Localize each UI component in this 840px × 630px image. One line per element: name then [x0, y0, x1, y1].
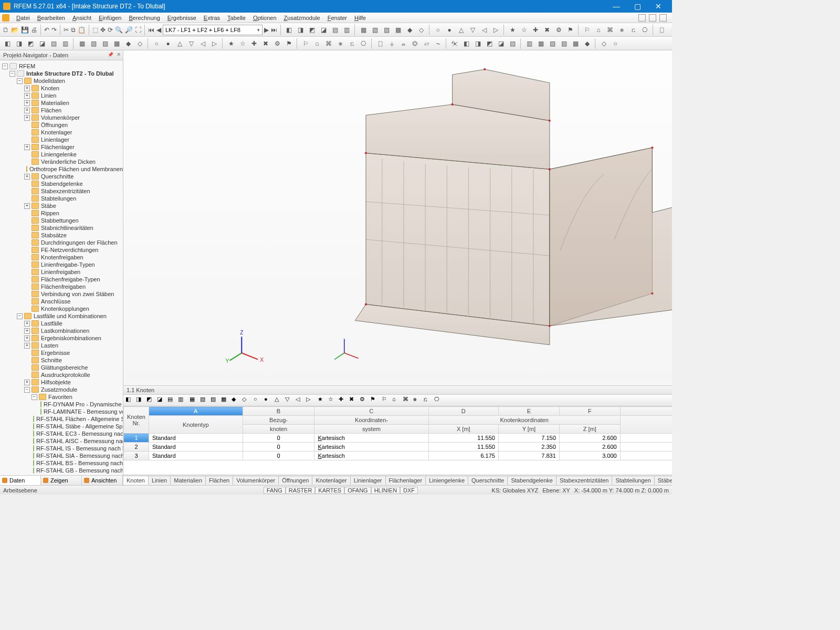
- tree-item[interactable]: Rippen: [24, 209, 123, 217]
- tool-button[interactable]: ⚐: [582, 25, 592, 35]
- table-tab[interactable]: Materialien: [170, 476, 206, 485]
- tool-button[interactable]: ◁: [296, 396, 305, 405]
- tool-button[interactable]: ◆: [232, 396, 241, 405]
- tree-item[interactable]: +Querschnitte: [24, 173, 123, 180]
- tool-button[interactable]: ◪: [157, 396, 166, 405]
- tool-button[interactable]: ▷: [209, 38, 219, 49]
- menu-berechnung[interactable]: Berechnung: [125, 14, 163, 22]
- status-toggle[interactable]: HLINIEN: [371, 487, 400, 494]
- tool-button[interactable]: ▽: [467, 25, 478, 35]
- tool-button[interactable]: △: [174, 38, 185, 49]
- nav-tab-ansichten[interactable]: Ansichten: [82, 476, 123, 485]
- tree-module[interactable]: RF-STAHL AISC - Bemessung nach AI: [32, 437, 123, 445]
- menu-fenster[interactable]: Fenster: [324, 14, 351, 22]
- col-letter[interactable]: D: [428, 407, 498, 416]
- tool-button[interactable]: ▦: [77, 38, 87, 49]
- tool-button[interactable]: ▧: [88, 38, 99, 49]
- tool-button[interactable]: ▥: [524, 38, 534, 49]
- tool-button[interactable]: ▦: [358, 25, 369, 35]
- tool-button[interactable]: ▧: [200, 396, 209, 405]
- table-tab[interactable]: Stabexzentrizitäten: [556, 476, 613, 485]
- tool-button[interactable]: ▤: [48, 38, 59, 49]
- tool-button[interactable]: ▤: [330, 25, 340, 35]
- tool-button[interactable]: ▽: [285, 396, 295, 405]
- mdi-restore-icon[interactable]: [649, 14, 656, 22]
- col-sys[interactable]: Koordinaten-: [314, 416, 428, 425]
- 3d-viewport[interactable]: X Y Z: [123, 50, 672, 385]
- tool-button[interactable]: ⌂: [312, 38, 322, 49]
- print-button[interactable]: 🖨: [30, 25, 38, 35]
- tree-module[interactable]: RF-STAHL SIA - Bemessung nach SIA: [32, 452, 123, 459]
- tool-button[interactable]: ○: [254, 396, 263, 405]
- table-tab[interactable]: Öffnungen: [278, 476, 312, 485]
- tool-button[interactable]: ▨: [100, 38, 110, 49]
- tool-button[interactable]: ◇: [242, 396, 251, 405]
- col-knoten-nr[interactable]: KnotenNr.: [124, 407, 149, 434]
- tool-button[interactable]: ⎔: [639, 25, 650, 35]
- tree-item[interactable]: Durchdringungen der Flächen: [24, 239, 123, 246]
- tool-button[interactable]: ☆: [519, 25, 529, 35]
- minimize-button[interactable]: ―: [606, 0, 627, 13]
- tool-button[interactable]: ○: [610, 38, 621, 49]
- table-tab[interactable]: Stabteilungen: [612, 476, 654, 485]
- tool-button[interactable]: ◇: [416, 25, 426, 35]
- navigator-tree[interactable]: −RFEM −Intake Structure DT2 - To Dlubal …: [0, 60, 123, 475]
- tree-item[interactable]: Linienfreigaben: [24, 268, 123, 276]
- tree-item[interactable]: +Lastkombinationen: [24, 327, 123, 334]
- tool-button[interactable]: ◪: [37, 38, 47, 49]
- rotate-button[interactable]: ⟳: [107, 25, 113, 35]
- tree-item[interactable]: Knotenkopplungen: [24, 305, 123, 312]
- table-row[interactable]: 2Standard0Kartesisch11.5502.3502.600: [124, 443, 673, 452]
- tool-button[interactable]: ◨: [472, 38, 483, 49]
- maximize-button[interactable]: ▢: [627, 0, 648, 13]
- tree-module[interactable]: RF-STAHL BS - Bemessung nach BS: [32, 459, 123, 467]
- mdi-minimize-icon[interactable]: [638, 14, 646, 22]
- tree-zusatzmodule[interactable]: −Zusatzmodule: [24, 386, 123, 393]
- status-toggle[interactable]: RASTER: [286, 487, 316, 494]
- tree-item[interactable]: Veränderliche Dicken: [24, 158, 123, 165]
- tool-button[interactable]: ✚: [530, 25, 541, 35]
- loadcase-combo[interactable]: LK7 - LF1 + LF2 + LF6 + LF8: [163, 25, 262, 35]
- col-y[interactable]: Y [m]: [498, 425, 559, 434]
- tool-button[interactable]: ⌂: [593, 25, 604, 35]
- col-letter[interactable]: E: [498, 407, 559, 416]
- tree-item[interactable]: Öffnungen: [24, 121, 123, 129]
- tool-button[interactable]: ⚐: [300, 38, 311, 49]
- tool-button[interactable]: ○: [433, 25, 443, 35]
- table-tab[interactable]: Knoten: [123, 476, 149, 485]
- tree-item[interactable]: Stabendgelenke: [24, 180, 123, 187]
- tree-item[interactable]: Stabnichtlinearitäten: [24, 224, 123, 232]
- tree-module[interactable]: RF-STAHL EC3 - Bemessung nach Eur: [32, 430, 123, 437]
- status-toggle[interactable]: FANG: [264, 487, 286, 494]
- nav-prev-button[interactable]: ◀: [156, 25, 162, 35]
- tool-button[interactable]: ✖: [542, 25, 552, 35]
- tool-button[interactable]: ⚑: [284, 38, 294, 49]
- tool-button[interactable]: ▨: [211, 396, 220, 405]
- tool-button[interactable]: ◩: [484, 38, 495, 49]
- tool-button[interactable]: ⎕: [375, 38, 385, 49]
- tree-item[interactable]: +Hilfsobjekte: [24, 379, 123, 386]
- tool-button[interactable]: ◆: [123, 38, 133, 49]
- tool-button[interactable]: ▥: [178, 396, 187, 405]
- tool-button[interactable]: ★: [226, 38, 236, 49]
- tool-button[interactable]: ▧: [547, 38, 558, 49]
- tool-button[interactable]: ⚑: [565, 25, 575, 35]
- tree-module[interactable]: RF-STAHL GB - Bemessung nach GB: [32, 467, 123, 474]
- paste-button[interactable]: 📋: [77, 25, 86, 35]
- tool-button[interactable]: ⏦: [433, 38, 443, 49]
- table-tab[interactable]: Stäbe: [654, 476, 672, 485]
- tool-button[interactable]: ★: [507, 25, 518, 35]
- tree-item[interactable]: +Ergebniskombinationen: [24, 334, 123, 342]
- tool-button[interactable]: ◧: [2, 38, 13, 49]
- tree-item[interactable]: +Stäbe: [24, 202, 123, 209]
- tool-button[interactable]: ★: [318, 396, 327, 405]
- tool-button[interactable]: ⎔: [358, 38, 369, 49]
- tool-button[interactable]: ⚑: [370, 396, 380, 405]
- tool-button[interactable]: ◆: [582, 38, 592, 49]
- col-x[interactable]: X [m]: [428, 425, 498, 434]
- tool-button[interactable]: ☆: [237, 38, 248, 49]
- col-letter[interactable]: F: [559, 407, 620, 416]
- col-letter[interactable]: G: [620, 407, 672, 416]
- tree-item[interactable]: Flächenfreigaben: [24, 283, 123, 290]
- tool-button[interactable]: ☆: [328, 396, 338, 405]
